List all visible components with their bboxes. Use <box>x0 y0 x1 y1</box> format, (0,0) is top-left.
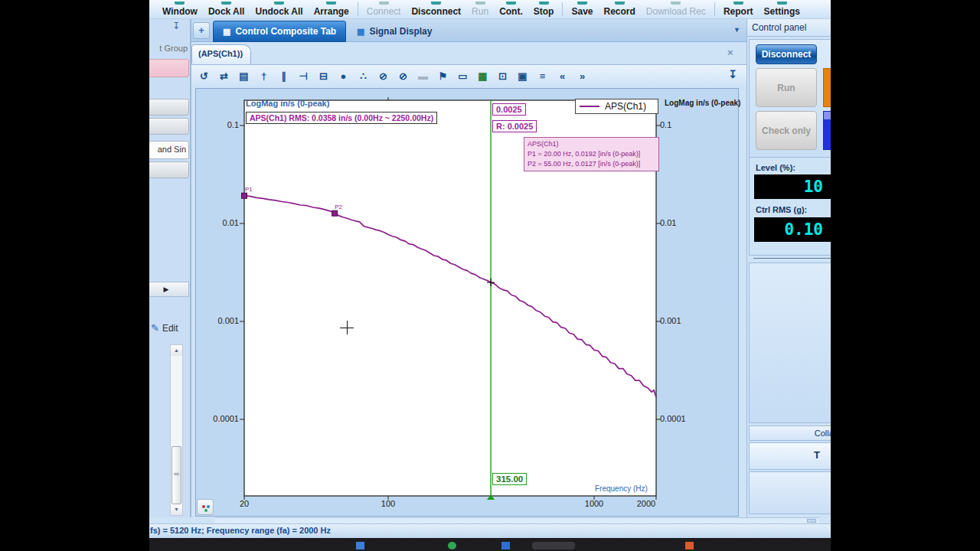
menu-item-save[interactable]: Save <box>566 2 598 17</box>
vertical-scrollbar[interactable]: ▲ ▼ <box>170 344 183 516</box>
sidebar-button-pink[interactable] <box>149 59 189 77</box>
menu-item-disconnect[interactable]: Disconnect <box>406 2 466 17</box>
taskbar-app-icon[interactable] <box>501 542 510 549</box>
mouse-crosshair <box>340 328 354 328</box>
application-window: WindowDock AllUndock AllArrangeConnectDi… <box>149 0 831 538</box>
edit-button[interactable]: ✎Edit <box>151 322 178 334</box>
menu-item-undock-all[interactable]: Undock All <box>250 2 308 17</box>
y-axis-title-left: LogMag in/s (0-peak) <box>246 99 329 108</box>
disconnect-button[interactable]: Disconnect <box>756 44 817 64</box>
ctrl-rms-display: 0.10 <box>754 217 831 242</box>
ctrl-rms-label: Ctrl RMS (g): <box>756 205 807 214</box>
horizontal-cursor-icon[interactable]: ⊣ <box>296 68 312 84</box>
test-button[interactable]: T <box>749 442 831 470</box>
taskbar-app-icon[interactable] <box>685 542 694 549</box>
collapse-bar[interactable]: Collap <box>749 425 831 441</box>
menu-item-icon <box>475 2 485 5</box>
autoscale-zoom-icon[interactable]: ↺ <box>196 68 212 84</box>
taskbar-app-icon[interactable] <box>356 542 364 549</box>
y-tick-label: 0.01 <box>660 218 700 227</box>
flag-marker-icon[interactable]: ⚑ <box>435 68 451 84</box>
single-cursor-icon[interactable]: † <box>256 68 272 84</box>
horizontal-scrollbar[interactable] <box>214 517 819 523</box>
peak-marker-icon[interactable]: ● <box>335 68 351 84</box>
menu-item-icon <box>221 2 231 5</box>
tab-control-composite[interactable]: ▦ Control Composite Tab <box>213 21 346 42</box>
x-axis-title: Frequency (Hz) <box>595 484 648 493</box>
marker-tooltip: APS(Ch1) P1 = 20.00 Hz, 0.0192 [in/s (0-… <box>524 137 659 171</box>
menu-item-arrange[interactable]: Arrange <box>309 2 354 17</box>
scroll-down-button[interactable]: ▼ <box>171 504 182 515</box>
menu-separator <box>714 2 715 16</box>
sidebar-button[interactable] <box>149 161 189 178</box>
chevron-down-icon[interactable]: ▼ <box>733 26 740 34</box>
marker-p2[interactable] <box>332 210 338 216</box>
menu-item-cont-[interactable]: Cont. <box>494 2 528 17</box>
menu-item-label: Cont. <box>499 6 523 17</box>
overlay-traces-icon[interactable]: ≡ <box>534 68 550 84</box>
next-record-icon[interactable]: » <box>574 68 590 84</box>
marker-label: P2 <box>335 204 342 210</box>
y-tick-label: 0.1 <box>660 120 700 129</box>
menu-item-label: Connect <box>367 6 401 17</box>
menu-item-stop[interactable]: Stop <box>528 2 560 17</box>
menu-item-dock-all[interactable]: Dock All <box>203 2 250 17</box>
menu-item-icon <box>431 2 441 5</box>
save-signal-icon[interactable]: ▣ <box>514 68 531 84</box>
menu-item-label: Arrange <box>314 6 349 17</box>
grid-icon: ▦ <box>357 27 364 37</box>
scrollbar-end-box[interactable] <box>807 519 816 523</box>
level-display: 10 <box>754 174 831 199</box>
zoom-y-icon[interactable]: ⊘ <box>395 68 411 84</box>
menu-item-connect: Connect <box>361 2 407 17</box>
tooltip-p2: P2 = 55.00 Hz, 0.0127 [in/s (0-peak)] <box>528 159 655 169</box>
taskbar-active-app[interactable] <box>532 542 575 549</box>
pin-icon[interactable]: ↧ <box>728 68 737 80</box>
prev-record-icon[interactable]: « <box>554 68 570 84</box>
move-icon: + <box>198 24 204 36</box>
bottom-section <box>749 471 831 514</box>
rms-readout: APS(Ch1) RMS: 0.0358 in/s (0.00Hz ~ 2250… <box>246 112 437 124</box>
menu-item-icon <box>274 2 284 5</box>
close-icon[interactable]: × <box>727 47 733 58</box>
aps-chart[interactable]: P1P2 LogMag in/s (0-peak) LogMag in/s (0… <box>195 88 739 517</box>
menu-bar: WindowDock AllUndock AllArrangeConnectDi… <box>149 0 831 19</box>
fit-expand-icon[interactable]: ⇄ <box>216 68 232 84</box>
palette-button[interactable] <box>197 499 214 515</box>
sidebar-button[interactable] <box>149 99 189 116</box>
remove-cursor-icon[interactable]: ⊟ <box>315 68 332 84</box>
window-navigate-button[interactable]: + <box>193 22 210 39</box>
scatter-display-icon[interactable]: ∴ <box>355 68 371 84</box>
scroll-up-button[interactable]: ▲ <box>171 345 182 356</box>
x-tick-label: 100 <box>371 499 405 508</box>
sidebar-button-random-sine[interactable]: and Sin <box>149 141 189 159</box>
tab-signal-display[interactable]: ▦ Signal Display <box>348 21 441 42</box>
cursor-frequency-readout: 315.00 <box>492 473 527 485</box>
export-excel-icon[interactable]: ▦ <box>475 68 491 84</box>
control-panel-title: Control panel <box>747 19 831 37</box>
menu-item-settings[interactable]: Settings <box>759 2 805 17</box>
legend-label: APS(Ch1) <box>605 101 646 112</box>
dual-cursor-icon[interactable]: ∥ <box>276 68 292 84</box>
menu-item-label: Run <box>472 6 488 17</box>
marker-p1[interactable] <box>242 193 247 198</box>
x-tick-label: 2000 <box>629 499 663 508</box>
menu-item-report[interactable]: Report <box>718 2 759 17</box>
menu-item-run: Run <box>466 2 494 17</box>
snapshot-icon[interactable]: ⊡ <box>495 68 511 84</box>
annotation-icon[interactable]: ▭ <box>455 68 471 84</box>
menu-item-record[interactable]: Record <box>598 2 640 17</box>
menu-item-window[interactable]: Window <box>157 2 203 17</box>
sidebar-button[interactable] <box>149 118 189 135</box>
display-settings-icon[interactable]: ▤ <box>236 68 252 84</box>
scrollbar-thumb[interactable] <box>172 446 181 504</box>
sidebar-expand-button[interactable]: ▶ <box>149 282 189 297</box>
zoom-x-icon[interactable]: ⊘ <box>375 68 391 84</box>
pin-icon[interactable]: ↧ <box>172 21 180 31</box>
menu-item-icon <box>777 2 787 5</box>
menu-item-label: Window <box>162 6 198 17</box>
doc-tab-aps-ch1[interactable]: (APS(Ch1)) <box>191 44 251 64</box>
menu-separator <box>562 2 563 16</box>
control-buttons-section: Disconnect Run Check only <box>749 39 831 175</box>
taskbar-app-icon[interactable] <box>448 542 456 549</box>
